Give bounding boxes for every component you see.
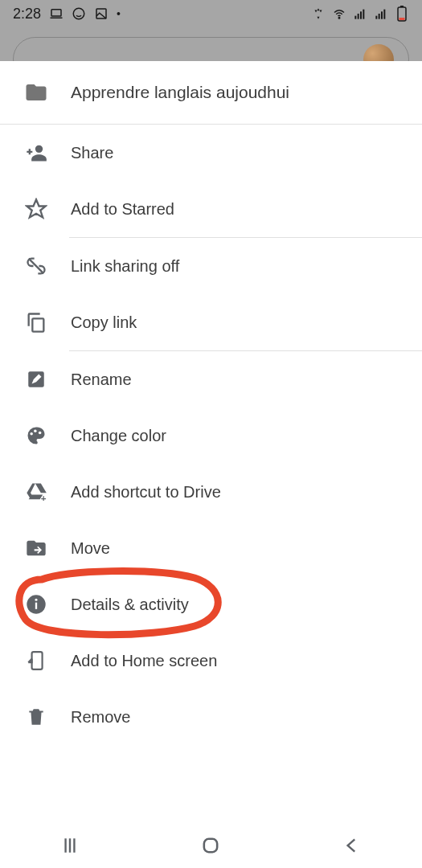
svg-rect-4 [354, 16, 356, 19]
menu-label: Link sharing off [71, 257, 179, 276]
signal-icon-2 [374, 6, 388, 21]
svg-rect-14 [399, 18, 405, 20]
svg-rect-7 [363, 10, 364, 19]
menu-item-change-color[interactable]: Change color [0, 407, 422, 464]
svg-rect-10 [381, 11, 383, 18]
link-off-icon [24, 254, 48, 278]
star-outline-icon [24, 197, 48, 221]
trash-icon [24, 705, 48, 729]
signal-icon-1 [353, 6, 367, 21]
svg-rect-0 [51, 10, 61, 16]
drive-add-icon: + [24, 480, 48, 504]
svg-point-24 [35, 599, 37, 601]
palette-icon [24, 424, 48, 448]
person-add-icon [24, 141, 48, 165]
svg-rect-16 [32, 318, 43, 331]
menu-label: Move [71, 539, 110, 558]
more-notifications-dot: • [117, 7, 121, 20]
menu-item-rename[interactable]: Rename [0, 351, 422, 407]
add-to-home-icon [24, 649, 48, 673]
menu-label: Add to Starred [71, 200, 174, 219]
folder-icon [24, 80, 48, 104]
menu-label: Share [71, 144, 113, 162]
svg-point-19 [34, 429, 37, 432]
svg-point-15 [35, 145, 43, 153]
menu-item-move[interactable]: Move [0, 520, 422, 576]
menu-item-details[interactable]: Details & activity [0, 576, 422, 633]
info-icon [24, 592, 48, 616]
wifi-icon [332, 6, 346, 21]
folder-move-icon [24, 536, 48, 560]
sheet-header: Apprendre langlais aujoudhui [0, 61, 422, 124]
menu-item-home-screen[interactable]: Add to Home screen [0, 633, 422, 689]
nav-recent-button[interactable] [59, 835, 80, 856]
svg-rect-26 [204, 839, 217, 852]
menu-item-share[interactable]: Share [0, 125, 422, 181]
menu-label: Details & activity [71, 596, 189, 614]
laptop-icon [49, 6, 64, 21]
svg-rect-25 [32, 652, 43, 669]
whatsapp-icon [72, 6, 86, 21]
system-nav-bar [0, 823, 422, 868]
menu-label: Rename [71, 371, 132, 389]
status-time: 2:28 [13, 6, 41, 23]
svg-rect-8 [375, 16, 377, 19]
vibrate-icon [311, 6, 326, 21]
svg-point-1 [73, 8, 84, 19]
menu-item-starred[interactable]: Add to Starred [0, 181, 422, 237]
svg-text:+: + [41, 493, 47, 503]
svg-rect-13 [400, 6, 404, 7]
folder-title: Apprendre langlais aujoudhui [71, 83, 289, 102]
copy-icon [24, 310, 48, 334]
image-icon [94, 6, 109, 21]
nav-back-button[interactable] [342, 835, 363, 856]
svg-point-3 [338, 18, 340, 19]
menu-item-remove[interactable]: Remove [0, 689, 422, 745]
status-bar: 2:28 • [0, 0, 422, 27]
menu-item-add-shortcut[interactable]: + Add shortcut to Drive [0, 464, 422, 520]
svg-rect-23 [35, 603, 37, 609]
menu-label: Add to Home screen [71, 652, 217, 670]
menu-item-link-sharing[interactable]: Link sharing off [0, 238, 422, 294]
svg-rect-6 [360, 11, 362, 18]
menu-label: Add shortcut to Drive [71, 483, 221, 502]
svg-rect-11 [383, 10, 385, 19]
svg-point-18 [30, 432, 33, 436]
battery-low-icon [395, 6, 409, 21]
menu-label: Change color [71, 427, 166, 445]
svg-rect-5 [358, 14, 359, 19]
nav-home-button[interactable] [199, 834, 222, 857]
menu-item-copy-link[interactable]: Copy link [0, 294, 422, 350]
svg-rect-9 [379, 14, 380, 19]
svg-point-20 [39, 432, 42, 435]
pencil-icon [24, 367, 48, 391]
menu-label: Copy link [71, 313, 137, 332]
menu-label: Remove [71, 708, 130, 727]
context-menu-sheet: Apprendre langlais aujoudhui Share Add t… [0, 61, 422, 868]
